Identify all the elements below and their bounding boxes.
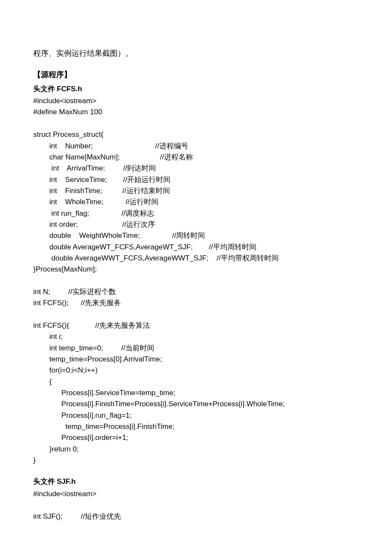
sjf-code-block: #include<iostream> int SJF(); //短作业优先 [33, 489, 359, 522]
source-code-heading: 【源程序】 [33, 69, 359, 81]
sjf-header-cn: 头文件 [33, 477, 57, 486]
fcfs-code-block: #include<iostream> #define MaxNum 100 st… [33, 95, 359, 466]
section-spacer [33, 466, 359, 476]
fcfs-header-heading: 头文件 FCFS.h [33, 84, 359, 95]
fcfs-header-cn: 头文件 [33, 85, 57, 93]
fcfs-header-en: FCFS.h [57, 85, 82, 93]
intro-text: 程序、实例运行结果截图）。 [33, 48, 359, 60]
sjf-header-en: SJF.h [57, 477, 75, 486]
sjf-header-heading: 头文件 SJF.h [33, 476, 359, 487]
document-page: 程序、实例运行结果截图）。 【源程序】 头文件 FCFS.h #include<… [0, 0, 392, 555]
